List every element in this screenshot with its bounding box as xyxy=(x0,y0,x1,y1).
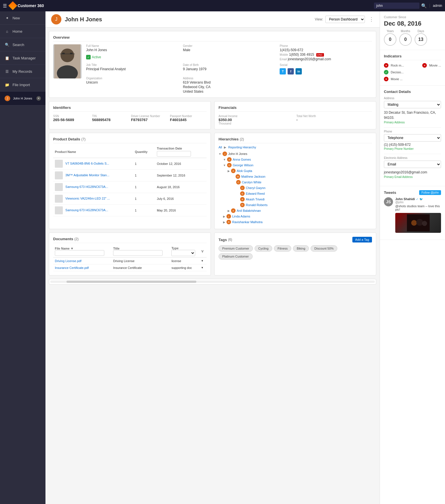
topbar: ☰ Customer 360 🔍 admin xyxy=(0,0,445,11)
identifiers-card: Identifiers SSN 265-56-5689 TIN 56889547… xyxy=(49,101,211,129)
email-dropdown[interactable]: Email xyxy=(384,161,441,168)
node-avatar: M xyxy=(236,174,240,179)
node-name[interactable]: Anna Gomes xyxy=(233,158,251,161)
search-input[interactable] xyxy=(374,3,419,9)
sidebar-item-home[interactable]: ⌂ Home xyxy=(0,25,45,38)
product-qty-cell: 1 xyxy=(133,158,155,170)
expand-icon[interactable]: ▶ xyxy=(228,169,230,173)
node-name[interactable]: Anil Balakrishnan xyxy=(237,209,261,212)
linkedin-icon[interactable]: in xyxy=(296,68,302,74)
title-filter[interactable] xyxy=(113,250,163,256)
node-avatar: R xyxy=(226,220,231,224)
twitter-icon[interactable]: T xyxy=(280,68,286,74)
node-name[interactable]: John H Jones xyxy=(228,152,247,155)
hierarchy-node[interactable]: ▼ J John H Jones xyxy=(219,151,372,157)
close-tab-icon[interactable]: ✕ xyxy=(36,96,41,101)
expand-icon[interactable]: ▶ xyxy=(223,215,225,218)
driver-license-field: Driver License Number F8793767 xyxy=(131,115,168,122)
customer-since-section: Customer Since Dec 08, 2016 Years 0 Mont… xyxy=(380,11,445,50)
date-filter-input[interactable] xyxy=(157,151,191,157)
horizontal-scrollbar[interactable] xyxy=(49,279,376,285)
hierarchy-reporting[interactable]: Reporting Hierarchy xyxy=(228,146,256,149)
product-link[interactable]: 3M™ Adjustable Monitor Stan... xyxy=(65,173,109,177)
expand-icon[interactable]: ▶ xyxy=(223,221,225,224)
view-label: View: xyxy=(315,17,323,21)
doc-link[interactable]: Driving License.pdf xyxy=(55,259,82,263)
dnc-badge: DNC xyxy=(316,53,324,57)
sidebar-item-file-import[interactable]: 📁 File Import xyxy=(0,78,45,92)
hierarchy-node[interactable]: ▶ C Cheryl Gwynn xyxy=(219,185,372,191)
node-name[interactable]: Edward Reed xyxy=(246,192,265,195)
sidebar-item-search[interactable]: 🔍 Search xyxy=(0,38,45,51)
type-filter[interactable] xyxy=(171,250,195,256)
indicator-x-1: ✕ xyxy=(384,63,388,68)
node-name[interactable]: Ronald Roberts xyxy=(246,203,267,207)
hierarchy-node[interactable]: ▶ E Edward Reed xyxy=(219,191,372,196)
indicator-x-movie1: ✕ xyxy=(422,63,427,68)
node-name[interactable]: Alok Gupta xyxy=(237,169,252,173)
tag-item[interactable]: Premium Customer xyxy=(219,245,253,252)
product-link[interactable]: V7 SA0604B-8N6 6-Outlets S... xyxy=(65,162,109,165)
hierarchy-node[interactable]: ▶ A Alok Gupta xyxy=(219,168,372,174)
hierarchy-node[interactable]: ▼ G George Wilson xyxy=(219,162,372,168)
hierarchy-all-btn[interactable]: All xyxy=(219,146,222,149)
more-options-icon[interactable]: ⋮ xyxy=(369,16,374,22)
hierarchy-node[interactable]: ▶ R Ronald Roberts xyxy=(219,202,372,208)
expand-icon[interactable]: ▶ xyxy=(228,209,230,212)
sidebar-item-task-manager[interactable]: 📋 Task Manager xyxy=(0,51,45,65)
product-row: V7 SA0604B-8N6 6-Outlets S... 1 October … xyxy=(53,158,207,170)
hierarchy-node[interactable]: ▶ M Matthew Jackson xyxy=(219,174,372,179)
node-avatar: C xyxy=(240,186,245,190)
phone-dropdown[interactable]: Telephone xyxy=(384,134,441,142)
tag-item[interactable]: Cycling xyxy=(255,245,272,252)
facebook-icon[interactable]: f xyxy=(288,68,294,74)
product-date-cell: July 6, 2016 xyxy=(155,193,207,205)
node-name[interactable]: Ravishankar Malhotra xyxy=(232,220,263,224)
node-name[interactable]: Matthew Jackson xyxy=(241,175,265,178)
topbar-search: 🔍 xyxy=(374,3,427,9)
hierarchy-node[interactable]: ▶ L Linda Adams xyxy=(219,213,372,219)
tag-item[interactable]: Biking xyxy=(293,245,309,252)
tag-item[interactable]: Discount 50% xyxy=(311,245,337,252)
product-link[interactable]: Viewsonic VA2246m-LED 22" ... xyxy=(65,197,110,200)
expand-icon[interactable]: ▼ xyxy=(219,152,221,155)
sidebar-item-file-label: File Import xyxy=(13,83,30,87)
node-avatar: A xyxy=(240,197,245,202)
active-badge: ✓ Active xyxy=(86,55,178,59)
view-dropdown[interactable]: Person Dashboard xyxy=(325,16,365,23)
follow-button[interactable]: Follow @john xyxy=(419,190,441,195)
node-name[interactable]: Akash Trivedi xyxy=(246,198,265,201)
node-avatar: C xyxy=(236,180,241,184)
sidebar-item-new[interactable]: ✦ New xyxy=(0,11,45,25)
node-name[interactable]: Cheryl Gwynn xyxy=(246,186,265,190)
filename-filter[interactable] xyxy=(55,250,104,256)
node-name[interactable]: Linda Adams xyxy=(232,215,250,218)
node-name[interactable]: George Wilson xyxy=(233,163,253,167)
hierarchy-node[interactable]: ▼ C Carolyn White xyxy=(219,179,372,185)
sidebar-item-john-h-jones[interactable]: J John H Jones ✕ xyxy=(0,92,45,105)
logo-diamond xyxy=(8,1,17,10)
add-tag-button[interactable]: Add a Tag xyxy=(352,237,372,242)
tags-header: Tags (6) Add a Tag xyxy=(219,237,372,242)
tag-item[interactable]: Platinum Customer xyxy=(219,253,253,260)
expand-icon[interactable]: ▼ xyxy=(223,164,226,167)
hierarchy-node[interactable]: ▼ A Anna Gomes xyxy=(219,157,372,162)
search-icon[interactable]: 🔍 xyxy=(421,3,427,9)
hierarchy-node[interactable]: ▶ R Ravishankar Malhotra xyxy=(219,219,372,225)
expand-icon[interactable]: ▼ xyxy=(223,158,226,161)
hierarchy-node[interactable]: ▶ A Akash Trivedi xyxy=(219,196,372,202)
address-dropdown[interactable]: Mailing xyxy=(384,101,441,108)
hierarchy-node[interactable]: ▶ A Anil Balakrishnan xyxy=(219,208,372,213)
overview-card: Overview xyxy=(49,31,376,98)
verified-icon: ✓ xyxy=(416,198,418,201)
sidebar-item-my-records[interactable]: ☰ My Records xyxy=(0,65,45,78)
passport-field: Passport Number F4601845 xyxy=(170,115,207,122)
product-link[interactable]: Samsung 673 HG28NC673A... xyxy=(65,208,108,212)
node-name[interactable]: Carolyn White xyxy=(242,181,261,184)
phone-field: Phone 1(415)-509-672 Mobile 1(650) 336 4… xyxy=(280,44,372,61)
product-link[interactable]: Samsung 673 HG28NC673A... xyxy=(65,185,108,188)
menu-icon[interactable]: ☰ xyxy=(3,3,7,9)
doc-link[interactable]: Insurance Certificate.pdf xyxy=(55,266,89,269)
page-header: J John H Jones View: Person Dashboard ⋮ xyxy=(45,11,380,28)
tag-item[interactable]: Fitness xyxy=(274,245,291,252)
